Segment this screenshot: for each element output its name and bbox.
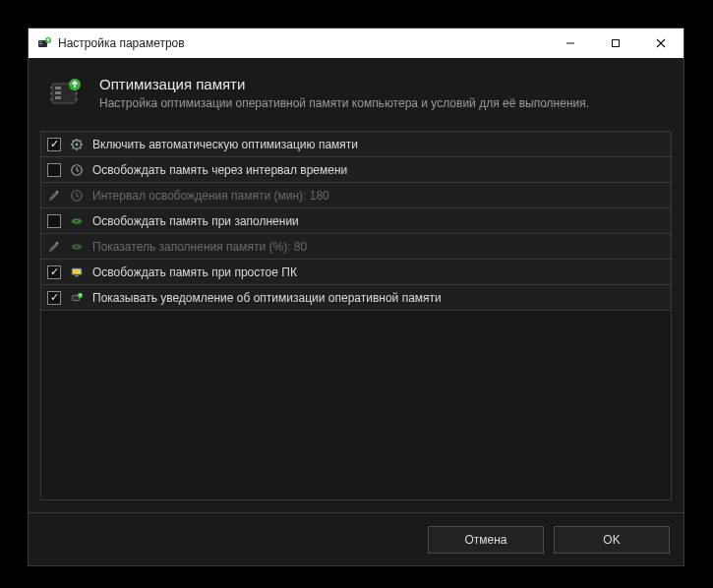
settings-window: Настройка параметров xyxy=(28,28,684,566)
svg-point-40 xyxy=(76,246,79,247)
clock-icon xyxy=(69,162,85,178)
svg-point-37 xyxy=(76,220,79,221)
option-label: Освобождать память при простое ПК xyxy=(92,265,297,279)
svg-line-28 xyxy=(80,140,81,141)
svg-rect-9 xyxy=(55,87,61,89)
edit-icon[interactable] xyxy=(47,189,61,203)
option-label: Показатель заполнения памяти (%): 80 xyxy=(92,240,307,254)
svg-line-31 xyxy=(77,170,79,171)
svg-rect-1 xyxy=(39,41,42,42)
window-title: Настройка параметров xyxy=(58,36,185,50)
option-label: Освобождать память при заполнении xyxy=(92,214,299,228)
svg-point-20 xyxy=(76,143,79,146)
checkbox[interactable] xyxy=(47,291,61,305)
svg-rect-11 xyxy=(55,96,61,99)
cancel-button[interactable]: Отмена xyxy=(428,526,544,554)
memory-chip-icon xyxy=(46,74,86,113)
svg-rect-5 xyxy=(613,40,620,47)
checkbox[interactable] xyxy=(47,138,61,151)
svg-line-27 xyxy=(73,147,74,148)
option-label: Интервал освобождения памяти (мин): 180 xyxy=(92,189,329,203)
svg-rect-2 xyxy=(39,43,42,44)
option-show-notification[interactable]: Показывать уведомление об оптимизации оп… xyxy=(41,285,671,311)
app-icon xyxy=(36,35,52,51)
option-interval-value: Интервал освобождения памяти (мин): 180 xyxy=(41,183,671,208)
svg-rect-43 xyxy=(75,275,79,276)
page-title: Оптимизация памяти xyxy=(99,76,589,92)
disk-icon xyxy=(69,239,85,255)
maximize-button[interactable] xyxy=(593,29,638,58)
checkbox[interactable] xyxy=(47,163,61,177)
svg-line-35 xyxy=(77,196,79,197)
svg-rect-42 xyxy=(73,268,82,273)
option-auto-optimize[interactable]: Включить автоматическую оптимизацию памя… xyxy=(41,132,671,157)
svg-rect-10 xyxy=(55,91,61,94)
option-free-on-fill[interactable]: Освобождать память при заполнении xyxy=(41,208,671,234)
checkbox[interactable] xyxy=(47,265,61,279)
titlebar: Настройка параметров xyxy=(29,29,683,58)
monitor-icon xyxy=(69,265,85,280)
option-free-on-idle[interactable]: Освобождать память при простое ПК xyxy=(41,260,671,285)
ok-button[interactable]: OK xyxy=(554,526,670,554)
close-button[interactable] xyxy=(638,29,683,58)
option-fill-threshold: Показатель заполнения памяти (%): 80 xyxy=(41,234,671,260)
clock-icon xyxy=(69,188,85,204)
svg-line-25 xyxy=(73,140,74,141)
svg-line-26 xyxy=(80,147,81,148)
options-list: Включить автоматическую оптимизацию памя… xyxy=(40,131,672,311)
disk-icon xyxy=(69,213,85,229)
checkbox[interactable] xyxy=(47,214,61,228)
page-header: Оптимизация памяти Настройка оптимизации… xyxy=(29,58,683,131)
minimize-button[interactable] xyxy=(548,29,593,58)
dialog-footer: Отмена OK xyxy=(29,512,683,565)
option-free-on-interval[interactable]: Освобождать память через интервал времен… xyxy=(41,157,671,183)
option-label: Освобождать память через интервал времен… xyxy=(92,163,347,177)
empty-area xyxy=(40,311,672,500)
gear-icon xyxy=(69,137,85,152)
page-subtitle: Настройка оптимизации оперативной памяти… xyxy=(99,96,589,110)
option-label: Показывать уведомление об оптимизации оп… xyxy=(92,291,442,305)
notify-icon xyxy=(69,290,85,306)
edit-icon[interactable] xyxy=(47,240,61,254)
option-label: Включить автоматическую оптимизацию памя… xyxy=(92,138,358,151)
